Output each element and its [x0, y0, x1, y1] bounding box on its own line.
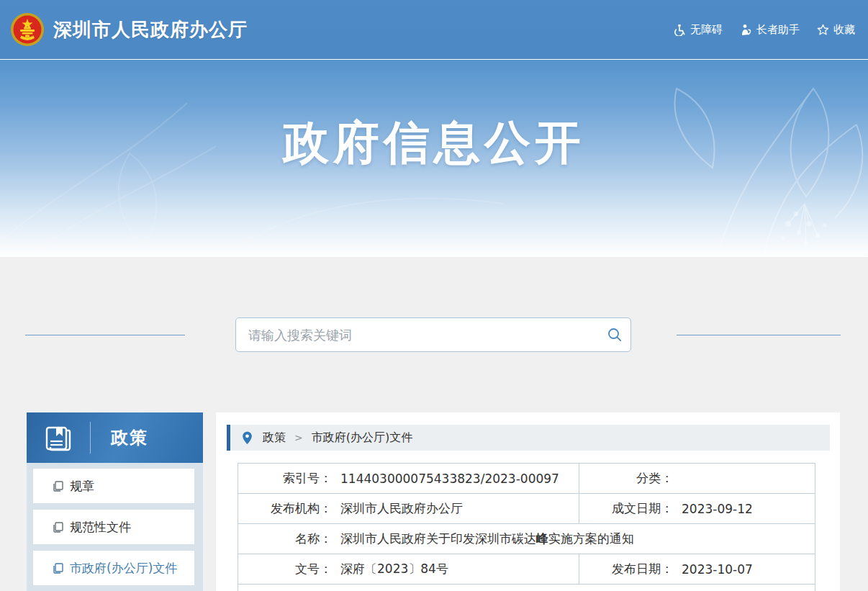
sidebar-item-label: 规范性文件: [70, 519, 131, 536]
top-links: 无障碍 长者助手 收藏: [674, 0, 855, 59]
document-name-value: 深圳市人民政府关于印发深圳市碳达峰实施方案的通知: [340, 531, 634, 547]
document-number-value: 深府〔2023〕84号: [340, 561, 448, 577]
index-number-cell: 索引号： 114403000075433823/2023-00097: [238, 466, 579, 491]
date-written-value: 2023-09-12: [682, 502, 753, 516]
favorite-label: 收藏: [833, 23, 855, 37]
accessibility-icon: [674, 24, 686, 36]
right-divider-line: [677, 335, 841, 335]
breadcrumb-current: 市政府(办公厅)文件: [312, 430, 412, 446]
left-divider-line: [25, 335, 185, 335]
page-title: 政府信息公开: [0, 112, 868, 174]
document-icon: [53, 481, 63, 492]
sidebar-item-normative-documents[interactable]: 规范性文件: [33, 510, 194, 544]
document-name-cell: 名称： 深圳市人民政府关于印发深圳市碳达峰实施方案的通知: [238, 526, 815, 551]
favorite-link[interactable]: 收藏: [817, 23, 855, 37]
document-info-table: 索引号： 114403000075433823/2023-00097 分类： 发…: [238, 463, 815, 591]
table-row: 发布机构： 深圳市人民政府办公厅 成文日期： 2023-09-12: [238, 494, 815, 524]
sidebar-title: 政策: [111, 426, 148, 449]
table-row: 索引号： 114403000075433823/2023-00097 分类：: [238, 464, 815, 494]
page: 深圳市人民政府办公厅 无障碍 长者助手: [0, 0, 868, 591]
index-number-label: 索引号：: [245, 470, 332, 487]
location-pin-icon: [242, 431, 253, 445]
document-name-suffix: 实施方案的通知: [548, 531, 634, 546]
category-label: 分类：: [587, 470, 673, 487]
national-emblem-icon: [10, 12, 45, 47]
document-icon: [53, 563, 63, 574]
star-icon: [817, 24, 829, 36]
document-name-keyword-highlight: 峰: [536, 531, 548, 546]
search-button[interactable]: [599, 319, 630, 351]
policy-book-icon: [42, 422, 74, 454]
search-input[interactable]: [236, 319, 599, 351]
accessibility-label: 无障碍: [690, 23, 723, 37]
breadcrumb: 政策 > 市政府(办公厅)文件: [227, 425, 830, 451]
document-name-label: 名称：: [245, 531, 332, 547]
document-number-cell: 文号： 深府〔2023〕84号: [238, 556, 579, 582]
elder-helper-icon: [740, 24, 752, 36]
search-icon: [607, 327, 623, 343]
banner: 政府信息公开: [0, 59, 868, 257]
accessibility-link[interactable]: 无障碍: [674, 23, 723, 37]
issuing-agency-cell: 发布机构： 深圳市人民政府办公厅: [238, 496, 579, 521]
date-published-label: 发布日期：: [587, 561, 673, 577]
date-written-cell: 成文日期： 2023-09-12: [579, 494, 815, 523]
document-icon: [53, 522, 63, 533]
sidebar-item-label: 规章: [70, 478, 94, 495]
date-published-cell: 发布日期： 2023-10-07: [579, 554, 815, 584]
sidebar-item-regulations[interactable]: 规章: [33, 469, 194, 503]
elder-helper-link[interactable]: 长者助手: [740, 23, 800, 37]
document-number-label: 文号：: [245, 561, 332, 577]
date-written-label: 成文日期：: [587, 500, 673, 517]
document-name-prefix: 深圳市人民政府关于印发深圳市碳达: [340, 531, 536, 546]
search-box: [235, 317, 631, 352]
main-panel: 政策 > 市政府(办公厅)文件 索引号： 114403000075433823/…: [216, 412, 840, 591]
issuing-agency-label: 发布机构：: [245, 500, 332, 517]
sidebar: 政策 规章 规范性文件: [27, 412, 203, 591]
table-row: 文号： 深府〔2023〕84号 发布日期： 2023-10-07: [238, 554, 815, 585]
category-cell: 分类：: [579, 464, 815, 493]
site-title: 深圳市人民政府办公厅: [53, 17, 248, 42]
table-row: [238, 585, 815, 591]
index-number-value: 114403000075433823/2023-00097: [340, 472, 559, 486]
elder-helper-label: 长者助手: [756, 23, 800, 37]
breadcrumb-accent-bar: [227, 425, 230, 451]
sidebar-header: 政策: [27, 412, 203, 463]
breadcrumb-separator: >: [294, 432, 303, 443]
breadcrumb-root[interactable]: 政策: [263, 430, 286, 446]
date-published-value: 2023-10-07: [682, 562, 753, 577]
sidebar-item-label: 市政府(办公厅)文件: [70, 560, 177, 577]
top-header-bar: 深圳市人民政府办公厅 无障碍 长者助手: [0, 0, 868, 59]
table-row: 名称： 深圳市人民政府关于印发深圳市碳达峰实施方案的通知: [238, 524, 815, 554]
site-brand[interactable]: 深圳市人民政府办公厅: [0, 12, 248, 47]
sidebar-item-municipal-government-documents[interactable]: 市政府(办公厅)文件: [33, 551, 194, 585]
sidebar-header-divider: [90, 422, 91, 454]
issuing-agency-value: 深圳市人民政府办公厅: [340, 500, 463, 517]
